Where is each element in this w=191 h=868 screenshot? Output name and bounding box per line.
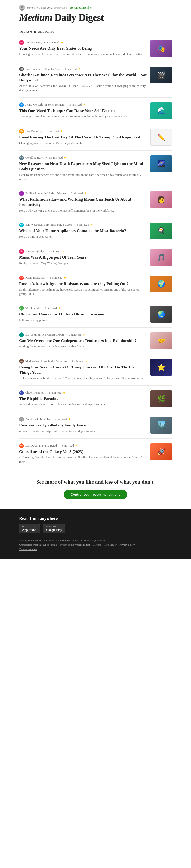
article-list: AM Anna Mercury · 8 min read ★ Your Need… [0,35,191,469]
article-meta: AL Anastasia Lebedenko · 7 min read ★ [19,417,147,422]
article-image: 🍳 [151,222,172,239]
terms-link[interactable]: Terms of service [19,548,36,551]
author-avatar: PO [19,249,24,254]
stories-for-line: Stories for James Jonas @c6a6d7b8 · Beco… [19,5,172,10]
article-item[interactable]: JM Jenny Messerle in Better Humans · 5 m… [19,98,172,124]
author-name: Anna Mercury [25,41,42,44]
article-item[interactable]: AL Anastasia Lebedenko · 7 min read ★ Ru… [19,412,172,439]
author-name: Cole Haddon [25,67,40,71]
dot-separator: · [42,306,43,310]
article-meta: EJ E.B. Johnson in Practical Growth · 7 … [19,332,147,337]
section-label: TODAY'S HIGHLIGHTS [0,27,191,33]
author-avatar: EJ [19,332,24,337]
author-name: Clive Thompson [25,391,44,395]
footer-read-from: Read from anywhere. [19,516,172,521]
article-subtitle: Near Death Experiences are one of the fr… [19,173,147,181]
article-image: 🌌 [151,155,172,172]
author-avatar: DO [19,443,24,448]
user-link[interactable]: James Jonas [39,6,54,9]
read-time: 6 min read [71,192,83,195]
article-title: The Biophilia Paradox [19,396,147,401]
dot-separator: · [46,391,47,395]
article-content: CT Clive Thompson · 5 min read ★ The Bio… [19,391,147,407]
article-title: Russians nearly killed my family twice [19,423,147,428]
article-item[interactable]: EL Emilina Lomas in Modern Women · 6 min… [19,186,172,218]
dot-separator: · [68,191,69,195]
article-item[interactable]: CT Clive Thompson · 5 min read ★ The Bio… [19,385,172,412]
author-name: Sam Westreich, PhD [25,223,49,227]
article-item[interactable]: WL Will Lockett · 6 min read ★ China Jus… [19,301,172,328]
article-item[interactable]: AM Anna Mercury · 8 min read ★ Your Need… [19,35,172,62]
article-subtitle: So this afternoon, something big happene… [19,287,147,296]
author-name: Liza Donnelly [25,129,42,133]
article-title: Your Needs Are Only Ever States of Being [19,46,147,51]
author-avatar: WL [19,306,24,311]
article-title: New Research on Near Death Experiences M… [19,161,147,172]
dot-separator: · [69,359,70,364]
dot-separator: · [66,333,67,337]
read-time: 6 min read [45,307,57,310]
dot-separator: · [46,156,47,160]
become-member-link[interactable]: Become a member [70,6,92,9]
article-content: EL Emilina Lomas in Modern Women · 6 min… [19,191,147,213]
article-title: Which of Your Home Appliances Contains t… [19,228,147,234]
read-time: 6 min read [77,223,89,227]
star-icon: ★ [90,223,93,227]
author-avatar: GB [19,155,24,160]
article-item[interactable]: SW Sam Westreich, PhD in Sharing Science… [19,218,172,244]
publication-name: in Practical Growth [42,333,64,337]
article-title: Live-Drawing The Last Day Of The Carroll… [19,135,147,140]
article-item[interactable]: LD Liza Donnelly · 5 min read ★ Live-Dra… [19,124,172,151]
article-item[interactable]: PO Pamela Oglesby · 2 min read ★ Music W… [19,244,172,271]
article-content: NB Nadin Brzezinski · 5 min read ★ Russi… [19,276,147,296]
switch-digest-link[interactable]: Switch to the Weekly Digest [60,543,90,546]
article-subtitle: At the 2023 WGA Awards, the BEING JOHN M… [19,84,147,92]
article-image: ✏️ [151,129,172,146]
article-item[interactable]: NB Nadin Brzezinski · 5 min read ★ Russi… [19,271,172,301]
article-item[interactable]: CH Cole Haddon in Counter Arts · 4 min r… [19,62,172,98]
article-image: 🚀 [151,443,172,460]
article-subtitle: Here's a hint: it uses water. [19,235,147,239]
cta-button[interactable]: Control your recommendations [64,490,127,499]
author-name: Gerald R. Baron [25,156,44,159]
author-avatar: NB [19,276,24,280]
article-item[interactable]: DO Dan Owen in Frame Rated · 6 min read … [19,439,172,469]
digest-title: Medium Daily Digest [19,12,172,23]
read-time: 6 min read [62,444,74,447]
article-subtitle: Here's why working moms are the most eff… [19,209,147,213]
article-subtitle: … Luck favors the bold, so be bold! You … [19,376,147,380]
dot-separator: · [44,40,45,45]
read-time: 7 min read [69,333,82,337]
star-icon: ★ [60,129,63,133]
footer-cta: See more of what you like and less of wh… [0,469,191,509]
article-image: 🌊 [151,102,172,119]
unsubscribe-link[interactable]: Unsubscribe from this type of email [19,543,57,546]
app-store-button[interactable]: Download on the App Store [19,524,40,533]
dot-separator: · [47,276,48,280]
star-icon: ★ [61,41,63,44]
article-title: Charlie Kaufman Reminds Screenwriters Th… [19,72,147,83]
article-item[interactable]: EJ E.B. Johnson in Practical Growth · 7 … [19,328,172,354]
article-content: EJ E.B. Johnson in Practical Growth · 7 … [19,332,147,349]
help-center-link[interactable]: Help Center [104,543,116,546]
article-content: AM Anna Mercury · 8 min read ★ Your Need… [19,40,147,56]
article-meta: GB Gerald R. Baron · 13 min read ★ [19,155,147,160]
author-avatar: LD [19,129,24,134]
article-subtitle: or how Russia's wars wipe out entire nat… [19,429,147,433]
article-item[interactable]: YW Yitzi Weiner in Authority Magazine · … [19,354,172,385]
author-name: Anastasia Lebedenko [25,417,50,421]
article-image: 🤝 [151,332,172,349]
dot-separator: · [52,417,53,422]
publication-name: in Frame Rated [39,444,57,447]
read-time: 5 min read [46,129,59,133]
author-avatar: YW [19,359,24,364]
google-play-name: Google Play [46,528,62,532]
google-play-button[interactable]: GET IT ON Google Play [43,524,65,533]
article-subtitle: We need exposure to nature — but nature … [19,402,147,407]
privacy-policy-link[interactable]: Privacy Policy [119,543,135,546]
careers-link[interactable]: Careers [93,543,101,546]
stories-for-text: Stories for James Jonas @c6a6d7b8 · [27,6,68,9]
article-item[interactable]: GB Gerald R. Baron · 13 min read ★ New R… [19,151,172,186]
author-name: Yitzi Weiner [25,360,40,363]
author-avatar: AL [19,417,24,422]
